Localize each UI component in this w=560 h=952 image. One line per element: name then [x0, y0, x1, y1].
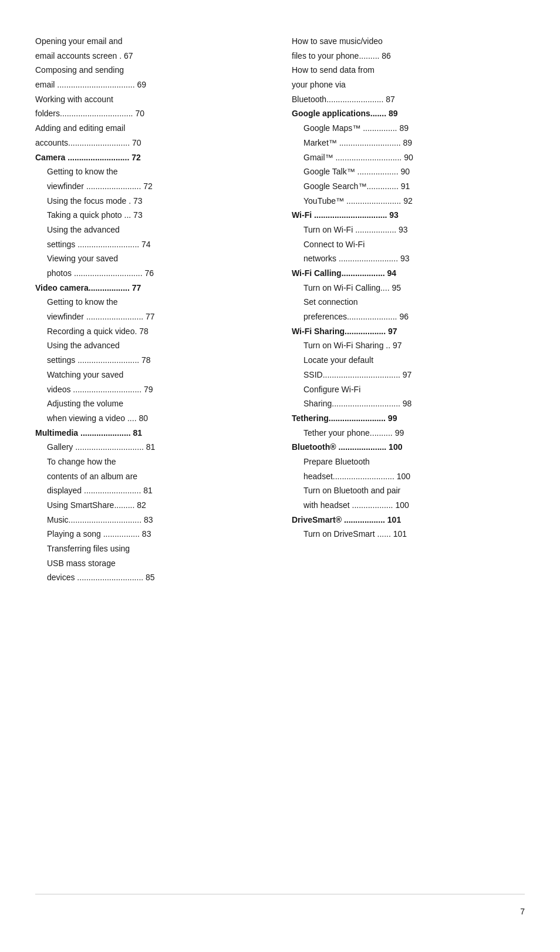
list-item: preferences...................... 96 [292, 311, 525, 324]
list-item: when viewing a video .... 80 [35, 412, 268, 425]
list-item: Gmail™ ............................. 90 [292, 152, 525, 164]
list-item: Wi-Fi Calling................... 94 [292, 267, 525, 280]
list-item: email accounts screen . 67 [35, 50, 268, 63]
list-item: Taking a quick photo ... 73 [35, 209, 268, 222]
toc-line-text: Wi-Fi Calling................... 94 [292, 268, 396, 278]
list-item: USB mass storage [35, 557, 268, 570]
toc-line-text: YouTube™ ........................ 92 [292, 196, 413, 206]
toc-line-text: Using the focus mode . 73 [35, 196, 143, 206]
list-item: with headset .................. 100 [292, 499, 525, 512]
toc-line-text: networks .......................... 93 [292, 254, 410, 263]
list-item: viewfinder ......................... 77 [35, 311, 268, 324]
list-item: Set connection [292, 296, 525, 309]
toc-line-text: settings ........................... 78 [35, 355, 151, 365]
toc-line-text: Tether your phone.......... 99 [292, 428, 404, 438]
list-item: files to your phone......... 86 [292, 50, 525, 63]
list-item: Watching your saved [35, 369, 268, 382]
toc-line-text: How to send data from [292, 65, 375, 75]
list-item: Turn on Wi-Fi .................. 93 [292, 224, 525, 237]
list-item: Adding and editing email [35, 122, 268, 135]
toc-line-text: Prepare Bluetooth [292, 457, 370, 466]
toc-line-text: Google Talk™ .................. 90 [292, 167, 410, 176]
toc-line-text: Opening your email and [35, 36, 123, 46]
toc-line-text: Adjusting the volume [35, 399, 123, 408]
list-item: viewfinder ........................ 72 [35, 180, 268, 193]
toc-line-text: Connect to Wi-Fi [292, 240, 365, 249]
list-item: Using the focus mode . 73 [35, 195, 268, 208]
list-item: Turn on Wi-Fi Sharing .. 97 [292, 339, 525, 352]
toc-line-text: Watching your saved [35, 370, 123, 379]
toc-line-text: Bluetooth® ..................... 100 [292, 442, 402, 452]
toc-line-text: Multimedia ...................... 81 [35, 428, 142, 438]
toc-line-text: photos .............................. 76 [35, 268, 154, 278]
list-item: networks .......................... 93 [292, 253, 525, 265]
toc-line-text: headset........................... 100 [292, 472, 410, 481]
toc-line-text: with headset .................. 100 [292, 500, 409, 510]
list-item: devices ............................. 85 [35, 571, 268, 584]
list-item: Using SmartShare......... 82 [35, 499, 268, 512]
toc-line-text: Recording a quick video. 78 [35, 327, 149, 336]
toc-line-text: contents of an album are [35, 472, 137, 481]
list-item: Bluetooth® ..................... 100 [292, 441, 525, 454]
list-item: Turn on DriveSmart ...... 101 [292, 528, 525, 541]
list-item: Tether your phone.......... 99 [292, 427, 525, 440]
list-item: Getting to know the [35, 296, 268, 309]
toc-line-text: Configure Wi-Fi [292, 385, 360, 394]
list-item: Google Search™.............. 91 [292, 180, 525, 193]
page-number-container: 7 [35, 894, 525, 917]
toc-line-text: accounts........................... 70 [35, 138, 141, 147]
list-item: Using the advanced [35, 339, 268, 352]
toc-line-text: folders................................ … [35, 109, 144, 118]
list-item: YouTube™ ........................ 92 [292, 195, 525, 208]
toc-line-text: Set connection [292, 297, 358, 307]
list-item: videos .............................. 79 [35, 384, 268, 396]
list-item: Opening your email and [35, 35, 268, 48]
toc-line-text: Using the advanced [35, 341, 120, 350]
list-item: Google applications....... 89 [292, 107, 525, 120]
list-item: Bluetooth......................... 87 [292, 93, 525, 106]
list-item: Viewing your saved [35, 253, 268, 265]
toc-line-text: Google Maps™ ............... 89 [292, 123, 409, 133]
toc-line-text: Sharing.............................. 98 [292, 399, 411, 408]
toc-line-text: Getting to know the [35, 167, 118, 176]
toc-line-text: DriveSmart® .................. 101 [292, 515, 401, 524]
toc-line-text: Turn on Wi-Fi Sharing .. 97 [292, 341, 402, 350]
toc-columns: Opening your email andemail accounts scr… [35, 35, 525, 882]
list-item: Turn on Wi-Fi Calling.... 95 [292, 282, 525, 295]
toc-line-text: Getting to know the [35, 297, 118, 307]
toc-line-text: Turn on Wi-Fi .................. 93 [292, 225, 408, 234]
toc-line-text: Using the advanced [35, 225, 120, 234]
list-item: settings ........................... 74 [35, 238, 268, 251]
list-item: Google Maps™ ............... 89 [292, 122, 525, 135]
list-item: Configure Wi-Fi [292, 384, 525, 396]
list-item: Playing a song ................ 83 [35, 528, 268, 541]
toc-line-text: Bluetooth......................... 87 [292, 95, 395, 104]
toc-line-text: your phone via [292, 80, 346, 89]
toc-line-text: USB mass storage [35, 559, 116, 568]
list-item: Tethering......................... 99 [292, 412, 525, 425]
toc-line-text: Gallery .............................. 8… [35, 442, 155, 452]
list-item: Music................................ 83 [35, 514, 268, 527]
list-item: Connect to Wi-Fi [292, 238, 525, 251]
list-item: Multimedia ...................... 81 [35, 427, 268, 440]
toc-line-text: settings ........................... 74 [35, 240, 151, 249]
toc-line-text: Google applications....... 89 [292, 109, 397, 118]
list-item: Camera ........................... 72 [35, 152, 268, 164]
toc-line-text: Wi-Fi ................................ 9… [292, 210, 399, 220]
list-item: Sharing.............................. 98 [292, 398, 525, 411]
list-item: folders................................ … [35, 107, 268, 120]
list-item: Prepare Bluetooth [292, 456, 525, 469]
toc-line-text: devices ............................. 85 [35, 573, 155, 582]
toc-line-text: Working with account [35, 95, 113, 104]
list-item: headset........................... 100 [292, 470, 525, 483]
toc-line-text: email ..................................… [35, 80, 146, 89]
toc-line-text: preferences...................... 96 [292, 312, 409, 321]
toc-line-text: Tethering......................... 99 [292, 413, 397, 423]
toc-line-text: Music................................ 83 [35, 515, 153, 524]
list-item: Locate your default [292, 354, 525, 367]
toc-line-text: Locate your default [292, 355, 373, 365]
list-item: your phone via [292, 79, 525, 92]
list-item: Getting to know the [35, 166, 268, 179]
toc-line-text: Wi-Fi Sharing.................. 97 [292, 327, 397, 336]
list-item: settings ........................... 78 [35, 354, 268, 367]
